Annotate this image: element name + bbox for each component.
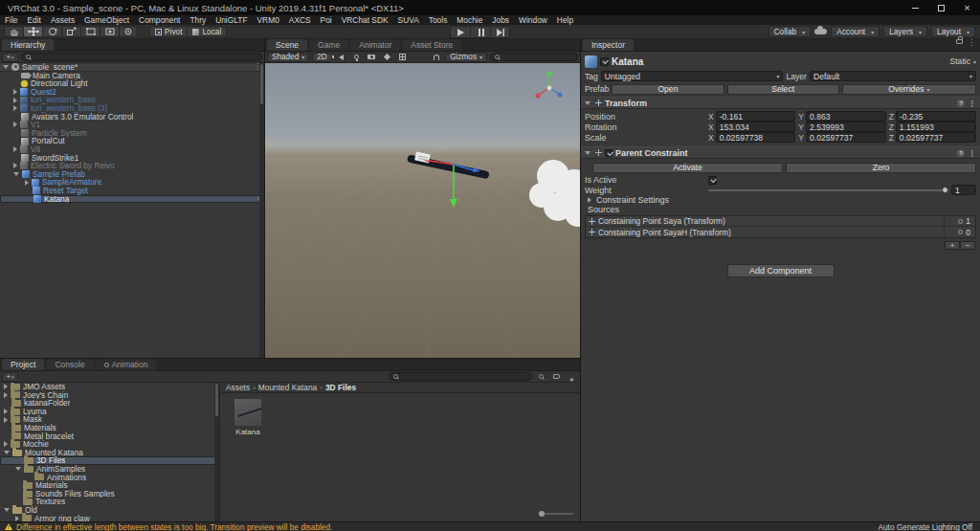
folder-row[interactable]: Textures <box>0 498 219 506</box>
custom-tool-button[interactable] <box>119 26 138 37</box>
favorite-search-button[interactable] <box>566 372 578 382</box>
active-checkbox[interactable] <box>600 57 609 66</box>
menu-assets[interactable]: Assets <box>46 15 79 25</box>
scene-search-input[interactable] <box>490 53 578 61</box>
play-button[interactable] <box>450 26 470 38</box>
static-dropdown[interactable]: Static <box>949 56 976 66</box>
weight-field[interactable]: 1 <box>951 185 976 195</box>
cloud-button[interactable] <box>814 27 827 36</box>
move-tool-button[interactable] <box>23 26 42 37</box>
folder-row[interactable]: JMO Assets <box>0 383 219 391</box>
folder-row[interactable]: Materials <box>0 481 219 490</box>
gizmos-dropdown[interactable]: Gizmos <box>445 53 487 62</box>
activate-button[interactable]: Activate <box>592 163 783 173</box>
hierarchy-item-quest2[interactable]: Quest2 <box>0 88 264 97</box>
source-row-sayah[interactable]: Constaining Point SayaH (Transform) 0 <box>586 227 975 237</box>
expand-arrow-icon[interactable] <box>4 392 8 398</box>
scrollbar-thumb[interactable] <box>260 64 263 104</box>
menu-window[interactable]: Window <box>514 15 552 25</box>
grid-toggle-button[interactable] <box>396 53 409 62</box>
folder-row[interactable]: Animations <box>0 474 219 482</box>
hierarchy-item-sample-prefab[interactable]: Sample Prefab <box>0 170 264 179</box>
source-row-saya[interactable]: Constaining Point Saya (Transform) 1 <box>586 216 975 227</box>
project-create-button[interactable] <box>2 372 18 382</box>
menu-unigltf[interactable]: UniGLTF <box>211 15 252 25</box>
hierarchy-create-button[interactable] <box>2 53 18 62</box>
hierarchy-search-input[interactable] <box>21 53 262 61</box>
remove-source-button[interactable] <box>960 241 975 250</box>
scrollbar-thumb[interactable] <box>215 384 218 416</box>
hierarchy-item-samplearmature[interactable]: SampleArmature <box>0 178 264 187</box>
object-picker-icon[interactable] <box>958 219 963 224</box>
tab-inspector[interactable]: Inspector <box>583 39 634 51</box>
tab-scene[interactable]: Scene <box>267 39 307 51</box>
hierarchy-item-portalcut[interactable]: PortalCut <box>0 137 264 145</box>
source-name[interactable]: Constaining Point SayaH (Transform) <box>598 228 731 237</box>
position-label[interactable]: Position <box>585 112 705 122</box>
hierarchy-item-swordstrike1[interactable]: SwordStrike1 <box>0 154 264 163</box>
shading-mode-dropdown[interactable]: Shaded <box>267 53 309 62</box>
breadcrumb-3d-files[interactable]: 3D Files <box>325 383 356 392</box>
asset-katana[interactable]: Katana <box>231 399 265 436</box>
position-y-field[interactable]: 0.863 <box>806 111 886 122</box>
collapse-arrow-icon[interactable] <box>3 65 9 69</box>
lock-icon[interactable] <box>956 39 963 44</box>
folder-row[interactable]: Mochie <box>0 440 219 449</box>
folder-row[interactable]: Joey's Chain <box>0 391 219 400</box>
position-z-field[interactable]: -0.235 <box>896 111 976 122</box>
tab-animator[interactable]: Animator <box>350 39 400 51</box>
menu-axcs[interactable]: AXCS <box>284 15 316 25</box>
folder-row[interactable]: Lyuma <box>0 408 219 416</box>
expand-arrow-icon[interactable] <box>15 516 19 521</box>
hierarchy-item-tori-western-base-3[interactable]: tori_western_base (3) <box>0 104 264 113</box>
prefab-overrides-button[interactable]: Overrides <box>842 84 976 95</box>
slider-handle[interactable] <box>942 187 948 193</box>
hierarchy-item-main-camera[interactable]: Main Camera <box>0 72 264 80</box>
object-picker-icon[interactable] <box>958 230 963 234</box>
rect-tool-button[interactable] <box>80 26 100 37</box>
folder-row[interactable]: AnimSamples <box>0 465 219 474</box>
scale-tool-button[interactable] <box>61 26 80 37</box>
rotation-x-field[interactable]: 153.034 <box>716 122 796 132</box>
collapse-arrow-icon[interactable] <box>585 151 590 155</box>
tab-console[interactable]: Console <box>46 359 93 370</box>
effects-dropdown-button[interactable] <box>381 53 393 62</box>
folder-row[interactable]: Materials <box>0 424 219 432</box>
menu-suva[interactable]: SUVA <box>393 15 424 25</box>
scale-x-field[interactable]: 0.02597738 <box>716 132 796 143</box>
tab-project[interactable]: Project <box>2 359 44 370</box>
expand-arrow-icon[interactable] <box>13 89 17 95</box>
expand-arrow-icon[interactable] <box>4 417 8 423</box>
source-weight[interactable]: 1 <box>966 216 970 226</box>
search-by-type-button[interactable] <box>535 372 547 382</box>
hierarchy-item-v1[interactable]: V1 <box>0 121 264 129</box>
expand-arrow-icon[interactable] <box>13 146 17 152</box>
menu-gameobject[interactable]: GameObject <box>79 15 134 25</box>
rotate-tool-button[interactable] <box>42 26 61 37</box>
source-name[interactable]: Constaining Point Saya (Transform) <box>598 216 725 226</box>
project-search-input[interactable] <box>389 372 532 381</box>
tag-dropdown[interactable]: Untagged <box>601 71 784 81</box>
collapse-arrow-icon[interactable] <box>4 451 10 454</box>
collapse-arrow-icon[interactable] <box>13 172 19 176</box>
breadcrumb-assets[interactable]: Assets <box>226 383 250 392</box>
weight-slider[interactable] <box>708 185 948 195</box>
hierarchy-item-reset-target[interactable]: Reset Target <box>0 187 264 195</box>
hierarchy-item-katana-selected[interactable]: Katana <box>0 195 264 204</box>
menu-file[interactable]: File <box>0 15 23 25</box>
folder-row[interactable]: Mounted Katana <box>0 449 219 457</box>
expand-arrow-icon[interactable] <box>13 105 17 111</box>
layers-button[interactable]: Layers <box>883 26 927 37</box>
prefab-open-button[interactable]: Open <box>612 84 724 95</box>
help-icon[interactable] <box>957 149 965 157</box>
object-name[interactable]: Katana <box>612 56 643 67</box>
hierarchy-scrollbar[interactable] <box>259 63 264 358</box>
scene-root-row[interactable]: Sample_scene* <box>0 63 264 72</box>
maximize-button[interactable] <box>928 0 954 15</box>
lighting-toggle-button[interactable] <box>350 53 363 62</box>
folder-row[interactable]: katanaFolder <box>0 399 219 408</box>
menu-vrchat-sdk[interactable]: VRChat SDK <box>337 15 393 25</box>
menu-component[interactable]: Component <box>134 15 185 25</box>
rotation-y-field[interactable]: 2.539993 <box>806 122 886 132</box>
zero-button[interactable]: Zero <box>786 163 976 173</box>
